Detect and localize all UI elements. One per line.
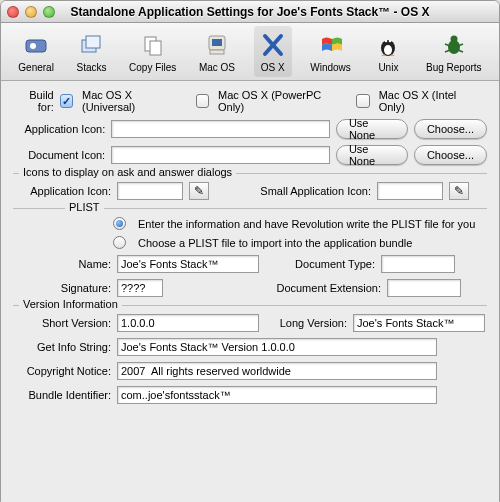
tab-general[interactable]: General [14, 26, 58, 77]
tab-bugreports[interactable]: Bug Reports [422, 26, 486, 77]
docicon-label: Document Icon: [13, 149, 105, 161]
titlebar: Standalone Application Settings for Joe'… [1, 1, 499, 23]
shortver-label: Short Version: [13, 317, 111, 329]
tab-windows[interactable]: Windows [306, 26, 355, 77]
shortver-field[interactable] [117, 314, 259, 332]
docext-field[interactable] [387, 279, 461, 297]
buildfor-label: Build for: [13, 89, 54, 113]
version-legend: Version Information [19, 298, 122, 310]
docicon-field[interactable] [111, 146, 330, 164]
getinfo-field[interactable] [117, 338, 437, 356]
dlg-appicon-field[interactable] [117, 182, 183, 200]
ppc-label: Mac OS X (PowerPC Only) [218, 89, 342, 113]
doctype-field[interactable] [381, 255, 455, 273]
copyright-label: Copyright Notice: [13, 365, 111, 377]
tux-icon [373, 30, 403, 60]
svg-point-12 [389, 40, 392, 43]
tab-copyfiles[interactable]: Copy Files [125, 26, 180, 77]
osx-x-icon [258, 30, 288, 60]
switch-icon [21, 30, 51, 60]
toolbar: General Stacks Copy Files Mac OS OS X Wi… [1, 23, 499, 81]
wand-icon: ✎ [194, 184, 204, 198]
checkbox-ppc[interactable] [196, 94, 209, 108]
files-icon [138, 30, 168, 60]
appicon-label: Application Icon: [13, 123, 105, 135]
appicon-field[interactable] [111, 120, 330, 138]
svg-rect-8 [210, 50, 224, 54]
name-label: Name: [13, 258, 111, 270]
doctype-label: Document Type: [265, 258, 375, 270]
svg-point-11 [385, 40, 388, 43]
docext-label: Document Extension: [271, 282, 381, 294]
bug-icon [439, 30, 469, 60]
svg-point-14 [450, 36, 457, 43]
docicon-usenone-button[interactable]: Use None [336, 145, 408, 165]
svg-rect-7 [212, 39, 222, 46]
getinfo-label: Get Info String: [13, 341, 111, 353]
tab-osx[interactable]: OS X [254, 26, 292, 77]
svg-rect-5 [150, 41, 161, 55]
docicon-choose-button[interactable]: Choose... [414, 145, 487, 165]
wand-icon: ✎ [454, 184, 464, 198]
plist-write-label: Enter the information and have Revolutio… [138, 218, 475, 230]
bundleid-label: Bundle Identifier: [13, 389, 111, 401]
signature-field[interactable] [117, 279, 163, 297]
svg-point-1 [30, 43, 36, 49]
signature-label: Signature: [13, 282, 111, 294]
dlg-appicon-picker[interactable]: ✎ [189, 182, 209, 200]
plist-legend: PLIST [65, 201, 104, 213]
stacks-icon [76, 30, 106, 60]
dlg-appicon-label: Application Icon: [13, 185, 111, 197]
name-field[interactable] [117, 255, 259, 273]
longver-label: Long Version: [265, 317, 347, 329]
window-title: Standalone Application Settings for Joe'… [1, 5, 499, 19]
intel-label: Mac OS X (Intel Only) [379, 89, 479, 113]
longver-field[interactable] [353, 314, 485, 332]
radio-plist-import[interactable] [113, 236, 126, 249]
classic-mac-icon [202, 30, 232, 60]
windows-flag-icon [316, 30, 346, 60]
plist-import-label: Choose a PLIST file to import into the a… [138, 237, 412, 249]
dlg-smallicon-picker[interactable]: ✎ [449, 182, 469, 200]
bundleid-field[interactable] [117, 386, 437, 404]
tab-macos[interactable]: Mac OS [195, 26, 239, 77]
dialogs-legend: Icons to display on ask and answer dialo… [19, 166, 236, 178]
universal-label: Mac OS X (Universal) [82, 89, 182, 113]
checkbox-intel[interactable] [356, 94, 369, 108]
appicon-usenone-button[interactable]: Use None [336, 119, 408, 139]
svg-line-17 [445, 50, 450, 52]
radio-plist-write[interactable] [113, 217, 126, 230]
appicon-choose-button[interactable]: Choose... [414, 119, 487, 139]
svg-line-18 [458, 50, 463, 52]
svg-rect-3 [86, 36, 100, 48]
copyright-field[interactable] [117, 362, 437, 380]
checkbox-universal[interactable] [60, 94, 73, 108]
tab-stacks[interactable]: Stacks [72, 26, 110, 77]
tab-unix[interactable]: Unix [369, 26, 407, 77]
dlg-smallicon-field[interactable] [377, 182, 443, 200]
dlg-smallicon-label: Small Application Icon: [249, 185, 371, 197]
svg-point-10 [384, 45, 392, 55]
